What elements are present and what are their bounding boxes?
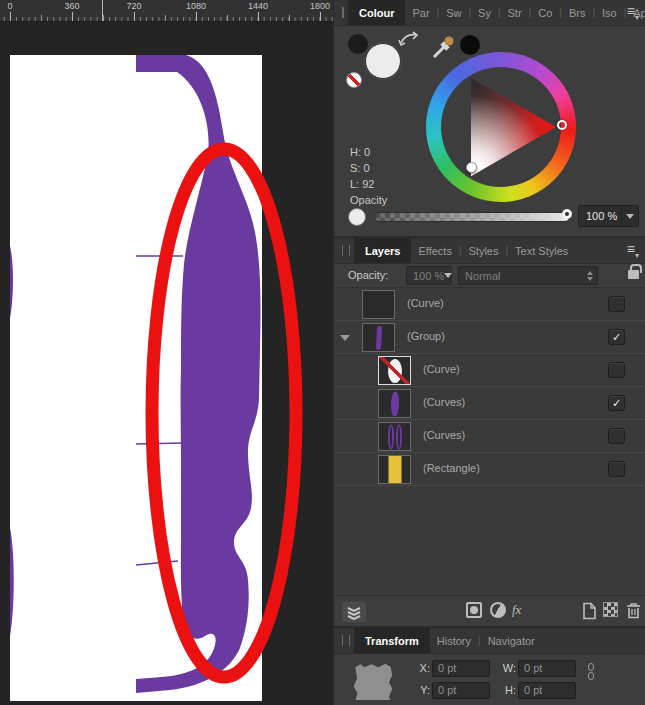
- tab-par[interactable]: Par: [405, 0, 436, 25]
- document-canvas[interactable]: [0, 22, 333, 705]
- tab-history[interactable]: History: [430, 628, 478, 653]
- transform-panel: TransformHistory|Navigator X:0 ptW:0 ptY…: [334, 628, 645, 701]
- field-label-y-: Y:: [414, 684, 430, 696]
- layer-visibility-checkbox[interactable]: [608, 461, 625, 477]
- tab-brs[interactable]: Brs: [562, 0, 593, 25]
- horizontal-ruler: 0360720108014401800: [0, 0, 333, 22]
- purple-hairline-2[interactable]: [136, 443, 183, 444]
- layer-row--curve--2[interactable]: (Curve): [334, 354, 645, 387]
- layer-row--rectangle--5[interactable]: (Rectangle): [334, 453, 645, 486]
- layers-opacity-dropdown[interactable]: 100 %: [406, 266, 452, 285]
- saturation-value: S: 0: [350, 160, 374, 176]
- layer-row--curve--0[interactable]: (Curve): [334, 288, 645, 321]
- field-w-[interactable]: 0 pt: [518, 660, 576, 677]
- colour-panel-tabbar: ColourPar|Sw|Sy|Str|Co|Brs|Iso|Apr|Ch≡▾: [334, 0, 645, 26]
- layer-label: (Curves): [423, 429, 465, 441]
- colour-panel: ColourPar|Sw|Sy|Str|Co|Brs|Iso|Apr|Ch≡▾: [334, 0, 645, 238]
- right-panel: ColourPar|Sw|Sy|Str|Co|Brs|Iso|Apr|Ch≡▾: [333, 0, 645, 705]
- field-label-x-: X:: [414, 662, 430, 674]
- chevron-down-icon: [626, 214, 634, 219]
- adjustment-layer-icon[interactable]: [490, 602, 506, 618]
- tab-colour[interactable]: Colour: [348, 0, 405, 25]
- blend-mode-value: Normal: [459, 270, 583, 282]
- new-pixel-layer-icon[interactable]: [603, 602, 618, 617]
- fill-swatch[interactable]: [365, 43, 401, 79]
- layer-thumbnail[interactable]: [378, 356, 411, 385]
- field-h-[interactable]: 0 pt: [518, 682, 576, 699]
- tab-effects[interactable]: Effects: [411, 238, 458, 263]
- layers-opacity-value: 100 %: [407, 270, 444, 282]
- layer-thumbnail[interactable]: [378, 422, 411, 451]
- layer-stack-button[interactable]: [342, 602, 366, 622]
- tab-sy[interactable]: Sy: [471, 0, 498, 25]
- stroke-swatch[interactable]: [348, 34, 368, 54]
- layer-visibility-checkbox[interactable]: ✓: [608, 329, 625, 345]
- layer-visibility-checkbox[interactable]: [608, 428, 625, 444]
- new-layer-icon[interactable]: [582, 602, 597, 620]
- opacity-value-box[interactable]: 100 %: [578, 205, 639, 227]
- panel-menu-icon[interactable]: ≡▾: [627, 238, 639, 263]
- swap-fill-stroke-icon[interactable]: [398, 30, 420, 48]
- tab-transform[interactable]: Transform: [354, 628, 430, 653]
- layer-row--group--1[interactable]: (Group)✓: [334, 321, 645, 354]
- ruler-ticks: [0, 0, 333, 21]
- layer-thumbnail[interactable]: [378, 455, 411, 484]
- layer-effects-button[interactable]: fx: [512, 602, 521, 618]
- tab-sw[interactable]: Sw: [439, 0, 468, 25]
- ruler-label: 1440: [248, 1, 268, 11]
- panel-grip-icon[interactable]: [342, 635, 350, 646]
- opacity-dropdown-button[interactable]: [621, 206, 638, 226]
- colour-wheel[interactable]: [426, 52, 576, 202]
- layer-label: (Curves): [423, 396, 465, 408]
- panel-menu-icon[interactable]: ≡▾: [627, 0, 639, 25]
- current-colour-swatch[interactable]: [348, 208, 366, 226]
- layers-toolbar: fx: [334, 595, 645, 626]
- tab-navigator[interactable]: Navigator: [481, 628, 542, 653]
- tab-layers[interactable]: Layers: [354, 238, 411, 263]
- chevron-expand-icon[interactable]: [340, 335, 350, 341]
- ruler-cursor-indicator: [102, 0, 103, 21]
- layer-visibility-checkbox[interactable]: ✓: [608, 395, 625, 411]
- transform-panel-tabbar: TransformHistory|Navigator: [334, 628, 645, 654]
- tab-str[interactable]: Str: [501, 0, 529, 25]
- field-x-[interactable]: 0 pt: [432, 660, 490, 677]
- layers-opacity-label: Opacity:: [348, 269, 388, 281]
- picked-colour-swatch[interactable]: [460, 35, 480, 55]
- layers-panel-tabbar: LayersEffects|Styles|Text Styles≡▾: [334, 238, 645, 264]
- panel-grip-icon[interactable]: [342, 7, 344, 18]
- opacity-slider[interactable]: [374, 212, 570, 222]
- blend-mode-dropdown[interactable]: Normal: [458, 266, 598, 285]
- link-dimensions-icon[interactable]: [588, 663, 594, 680]
- tab-styles[interactable]: Styles: [462, 238, 506, 263]
- field-label-w-: W:: [500, 662, 516, 674]
- mask-layer-icon[interactable]: [466, 602, 482, 618]
- tab-co[interactable]: Co: [531, 0, 559, 25]
- hue-marker[interactable]: [557, 120, 567, 130]
- layer-label: (Curve): [423, 363, 460, 375]
- panel-grip-icon[interactable]: [342, 245, 350, 256]
- canvas-area[interactable]: 0360720108014401800: [0, 0, 333, 705]
- opacity-value: 100 %: [579, 210, 621, 222]
- layer-visibility-checkbox[interactable]: [608, 296, 625, 312]
- lightness-value: L: 92: [350, 176, 374, 192]
- layer-thumbnail[interactable]: [378, 389, 411, 418]
- opacity-slider-knob[interactable]: [562, 209, 572, 219]
- tab-text-styles[interactable]: Text Styles: [508, 238, 575, 263]
- layer-thumbnail[interactable]: [362, 290, 395, 319]
- layer-row--curves--3[interactable]: (Curves)✓: [334, 387, 645, 420]
- trash-icon[interactable]: [626, 602, 641, 619]
- no-colour-swatch[interactable]: [346, 72, 362, 88]
- layer-thumbnail[interactable]: [362, 323, 395, 352]
- lock-icon[interactable]: [628, 270, 639, 279]
- layer-row--curves--4[interactable]: (Curves): [334, 420, 645, 453]
- tab-iso[interactable]: Iso: [595, 0, 624, 25]
- field-y-[interactable]: 0 pt: [432, 682, 490, 699]
- ruler-label: 0: [7, 1, 12, 11]
- stepper-icon[interactable]: [583, 271, 597, 281]
- layer-label: (Curve): [407, 297, 444, 309]
- colour-picker-icon[interactable]: [430, 34, 456, 60]
- shade-marker[interactable]: [466, 162, 477, 173]
- ruler-label: 720: [126, 1, 141, 11]
- chevron-down-icon: [444, 273, 452, 278]
- layer-visibility-checkbox[interactable]: [608, 362, 625, 378]
